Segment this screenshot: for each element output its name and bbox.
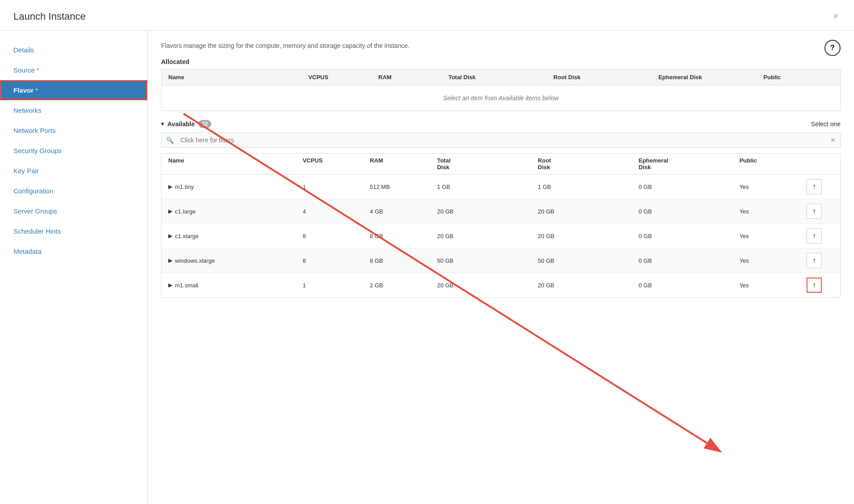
table-row: ▶ m1.small 1 2 GB 20 GB 20 GB 0 GB Yes ↑ bbox=[162, 273, 840, 297]
row-root-disk: 20 GB bbox=[538, 233, 639, 239]
row-vcpus: 4 bbox=[303, 208, 370, 215]
sidebar-item-label: Configuration bbox=[13, 187, 53, 195]
col-root-disk: Root Disk bbox=[553, 74, 658, 81]
expand-icon[interactable]: ▶ bbox=[168, 282, 172, 288]
allocate-button[interactable]: ↑ bbox=[807, 179, 822, 194]
available-text: Available bbox=[167, 120, 195, 128]
expand-icon[interactable]: ▶ bbox=[168, 257, 172, 264]
avail-col-total-disk: TotalDisk bbox=[437, 157, 538, 171]
main-content: ? Flavors manage the sizing for the comp… bbox=[148, 31, 854, 504]
table-row: ▶ c1.large 4 4 GB 20 GB 20 GB 0 GB Yes ↑ bbox=[162, 199, 840, 224]
allocate-button[interactable]: ↑ bbox=[807, 253, 822, 268]
row-root-disk: 20 GB bbox=[538, 282, 639, 289]
sidebar-item-label: Server Groups bbox=[13, 207, 57, 215]
avail-col-name: Name bbox=[168, 157, 303, 171]
row-vcpus: 8 bbox=[303, 257, 370, 264]
dialog-body: Details Source * Flavor * Networks Netwo… bbox=[0, 31, 854, 504]
allocated-empty-text: Select an item from Available items belo… bbox=[162, 85, 840, 111]
col-ephemeral-disk: Ephemeral Disk bbox=[658, 74, 764, 81]
allocate-button[interactable]: ↑ bbox=[807, 228, 822, 243]
sidebar-item-networks[interactable]: Networks bbox=[0, 100, 147, 120]
available-table-header: Name VCPUS RAM TotalDisk RootDisk Epheme… bbox=[162, 154, 840, 175]
filter-bar: 🔍 ✕ bbox=[161, 132, 841, 148]
filter-clear-icon[interactable]: ✕ bbox=[826, 133, 840, 147]
col-total-disk: Total Disk bbox=[448, 74, 554, 81]
search-icon: 🔍 bbox=[162, 133, 178, 147]
sidebar-item-source[interactable]: Source * bbox=[0, 60, 147, 80]
required-indicator: * bbox=[35, 66, 39, 74]
table-row: ▶ m1.tiny 1 512 MB 1 GB 1 GB 0 GB Yes ↑ bbox=[162, 175, 840, 199]
required-indicator: * bbox=[34, 86, 38, 94]
row-ram: 2 GB bbox=[370, 282, 437, 289]
chevron-down-icon: ▾ bbox=[161, 121, 164, 127]
expand-icon[interactable]: ▶ bbox=[168, 184, 172, 190]
row-ephemeral-disk: 0 GB bbox=[639, 282, 739, 289]
avail-col-vcpus: VCPUS bbox=[303, 157, 370, 171]
row-name: ▶ c1.xlarge bbox=[168, 233, 303, 239]
dialog-title: Launch Instance bbox=[13, 11, 85, 22]
row-public: Yes bbox=[739, 282, 807, 289]
row-name: ▶ m1.small bbox=[168, 282, 303, 289]
col-ram: RAM bbox=[378, 74, 448, 81]
row-root-disk: 1 GB bbox=[538, 184, 639, 190]
sidebar-item-scheduler-hints[interactable]: Scheduler Hints bbox=[0, 221, 147, 241]
row-public: Yes bbox=[739, 233, 807, 239]
help-button[interactable]: ? bbox=[824, 40, 841, 56]
row-vcpus: 1 bbox=[303, 184, 370, 190]
row-ram: 8 GB bbox=[370, 257, 437, 264]
row-ephemeral-disk: 0 GB bbox=[639, 257, 739, 264]
select-one-label: Select one bbox=[811, 120, 841, 128]
sidebar-item-details[interactable]: Details bbox=[0, 40, 147, 60]
row-public: Yes bbox=[739, 184, 807, 190]
avail-col-action bbox=[807, 157, 833, 171]
avail-col-ram: RAM bbox=[370, 157, 437, 171]
sidebar-item-label: Source bbox=[13, 66, 35, 74]
expand-icon[interactable]: ▶ bbox=[168, 208, 172, 214]
row-vcpus: 8 bbox=[303, 233, 370, 239]
row-name-text: m1.small bbox=[175, 282, 198, 289]
avail-col-public: Public bbox=[739, 157, 807, 171]
allocate-button-highlighted[interactable]: ↑ bbox=[807, 278, 822, 293]
available-header: ▾ Available 22 Select one bbox=[161, 120, 841, 128]
col-name: Name bbox=[168, 74, 308, 81]
sidebar-item-key-pair[interactable]: Key Pair bbox=[0, 161, 147, 181]
sidebar-item-flavor[interactable]: Flavor * bbox=[0, 80, 147, 100]
sidebar-item-server-groups[interactable]: Server Groups bbox=[0, 201, 147, 221]
sidebar-item-label: Key Pair bbox=[13, 167, 39, 175]
sidebar-item-label: Metadata bbox=[13, 248, 42, 255]
row-name-text: m1.tiny bbox=[175, 184, 194, 190]
row-root-disk: 20 GB bbox=[538, 208, 639, 215]
row-ephemeral-disk: 0 GB bbox=[639, 233, 739, 239]
available-label: ▾ Available 22 bbox=[161, 120, 211, 128]
row-ram: 512 MB bbox=[370, 184, 437, 190]
close-button[interactable]: × bbox=[831, 9, 841, 24]
available-table: Name VCPUS RAM TotalDisk RootDisk Epheme… bbox=[161, 153, 841, 298]
avail-col-root-disk: RootDisk bbox=[538, 157, 639, 171]
row-ephemeral-disk: 0 GB bbox=[639, 208, 739, 215]
col-public: Public bbox=[764, 74, 833, 81]
row-total-disk: 20 GB bbox=[437, 233, 538, 239]
sidebar-item-label: Flavor bbox=[13, 86, 34, 94]
dialog-header: Launch Instance × bbox=[0, 0, 854, 31]
row-total-disk: 1 GB bbox=[437, 184, 538, 190]
filter-input[interactable] bbox=[178, 133, 826, 147]
allocated-label: Allocated bbox=[161, 58, 841, 65]
sidebar-item-metadata[interactable]: Metadata bbox=[0, 241, 147, 261]
sidebar-item-network-ports[interactable]: Network Ports bbox=[0, 120, 147, 141]
sidebar-item-security-groups[interactable]: Security Groups bbox=[0, 141, 147, 161]
sidebar-item-label: Scheduler Hints bbox=[13, 227, 61, 235]
sidebar-item-label: Network Ports bbox=[13, 127, 56, 134]
expand-icon[interactable]: ▶ bbox=[168, 233, 172, 239]
sidebar: Details Source * Flavor * Networks Netwo… bbox=[0, 31, 148, 504]
avail-col-ephemeral-disk: EphemeralDisk bbox=[639, 157, 739, 171]
available-count-badge: 22 bbox=[198, 120, 211, 128]
sidebar-item-label: Networks bbox=[13, 107, 42, 114]
row-name-text: windows.xlarge bbox=[175, 257, 215, 264]
row-ram: 4 GB bbox=[370, 208, 437, 215]
table-row: ▶ windows.xlarge 8 8 GB 50 GB 50 GB 0 GB… bbox=[162, 248, 840, 273]
allocate-button[interactable]: ↑ bbox=[807, 204, 822, 219]
sidebar-item-configuration[interactable]: Configuration bbox=[0, 181, 147, 201]
table-row: ▶ c1.xlarge 8 8 GB 20 GB 20 GB 0 GB Yes … bbox=[162, 224, 840, 248]
sidebar-item-label: Details bbox=[13, 46, 34, 54]
allocated-table-header: Name VCPUS RAM Total Disk Root Disk Ephe… bbox=[162, 69, 840, 85]
